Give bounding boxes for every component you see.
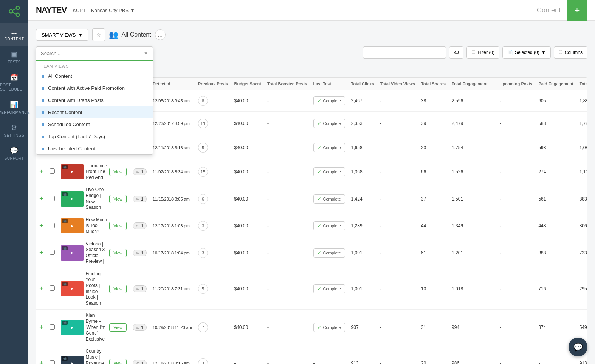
prev-posts-badge: 3 (198, 221, 208, 231)
row-checkbox[interactable] (50, 168, 55, 174)
row-paid-eng: 274 (535, 160, 576, 184)
row-upcoming: - (497, 136, 536, 160)
add-row-button[interactable]: + (39, 168, 43, 175)
add-row-button[interactable]: + (39, 249, 43, 256)
col-prev-posts: Previous Posts (195, 78, 231, 90)
view-button[interactable]: View (109, 249, 127, 257)
selected-button[interactable]: 📄 Selected (0) ▼ (502, 46, 551, 59)
station-selector[interactable]: KCPT – Kansas City PBS ▼ (73, 8, 135, 13)
tag-badge[interactable]: 🏷 1 (133, 324, 147, 331)
row-shares: 38 (418, 90, 449, 112)
favorite-button[interactable]: ☆ (92, 28, 105, 41)
table-row: + ▶ 📹 Country Music | Rosanne Cash | PBS… (36, 345, 587, 364)
dropdown-item-recent[interactable]: ∎ Recent Content (36, 106, 153, 118)
view-button[interactable]: View (109, 195, 127, 203)
row-add-cell: + (36, 160, 46, 184)
smart-views-button[interactable]: SMART VIEWS ▼ (36, 29, 88, 41)
video-icon: 📹 (62, 321, 68, 325)
row-upcoming: - (497, 238, 536, 268)
row-comments: 1,786 (576, 112, 587, 136)
row-checkbox[interactable] (50, 360, 55, 364)
row-checkbox[interactable] (50, 324, 55, 330)
add-row-button[interactable]: + (39, 285, 43, 292)
columns-button[interactable]: ☷ Columns (554, 46, 587, 59)
row-check-cell (46, 184, 58, 214)
sidebar-item-content[interactable]: ☷ Content (0, 23, 28, 46)
sidebar-item-settings[interactable]: ⚙ Settings (0, 119, 28, 142)
filter-button[interactable]: ☰ Filter (0) (466, 46, 499, 59)
main-toolbar: SMART VIEWS ▼ ☆ 👥 All Content … (36, 28, 587, 41)
row-checkbox[interactable] (50, 250, 55, 255)
view-button[interactable]: View (109, 222, 127, 230)
row-clicks: 1,658 (348, 136, 377, 160)
row-shares: 39 (418, 112, 449, 136)
thumbnail-wrap: ▶ 📹 (61, 281, 84, 296)
dropdown-item-scheduled[interactable]: ∎ Scheduled Content (36, 118, 153, 130)
row-paid-eng: 605 (535, 90, 576, 112)
add-row-button[interactable]: + (39, 222, 43, 230)
sidebar-item-post-schedule[interactable]: 📅 Post Schedule (0, 69, 28, 96)
row-comments: 883 (576, 184, 587, 214)
filter-icon: ☰ (471, 50, 476, 55)
tag-badge[interactable]: 🏷 1 (133, 196, 147, 202)
row-checkbox[interactable] (50, 196, 55, 201)
thumbnail-wrap: ▶ 📹 (61, 245, 84, 261)
video-icon: 📹 (62, 282, 68, 286)
dropdown-item-drafts[interactable]: ∎ Content with Drafts Posts (36, 94, 153, 106)
users-icon: 👥 (109, 30, 118, 39)
main-content: SMART VIEWS ▼ ☆ 👥 All Content … ▼ TEAM V… (28, 21, 595, 364)
search-input[interactable] (41, 51, 144, 56)
chat-icon: 💬 (573, 342, 583, 352)
view-button[interactable]: View (109, 323, 127, 332)
content-search-input[interactable] (363, 46, 446, 59)
row-detected: 11/20/2018 7:31 am (150, 268, 195, 310)
prev-posts-badge: 5 (198, 284, 208, 294)
prev-posts-badge: 8 (198, 96, 208, 106)
add-row-button[interactable]: + (39, 195, 43, 202)
grid-icon: ∎ (42, 133, 45, 139)
add-row-button[interactable]: + (39, 359, 43, 364)
sidebar: ☷ Content ▣ Tests 📅 Post Schedule 📊 Perf… (0, 0, 28, 364)
tag-icon: 🏷 (136, 251, 140, 255)
tag-badge[interactable]: 🏷 1 (133, 168, 147, 175)
row-upcoming: - (497, 345, 536, 364)
dropdown-arrow-icon[interactable]: ▼ (144, 51, 148, 56)
add-row-button[interactable]: + (39, 324, 43, 331)
video-icon: 📹 (62, 246, 68, 250)
row-tags: 🏷 1 (130, 238, 150, 268)
view-button[interactable]: View (109, 359, 127, 364)
prev-posts-badge: 3 (198, 248, 208, 258)
row-prev-posts: 3 (195, 345, 231, 364)
tag-filter-button[interactable]: 🏷 (449, 46, 463, 59)
tag-badge[interactable]: 🏷 1 (133, 360, 147, 364)
row-video-views: - (377, 345, 418, 364)
row-comments: 1,081 (576, 136, 587, 160)
dropdown-item-top-content[interactable]: ∎ Top Content (Last 7 Days) (36, 130, 153, 142)
tag-icon: 🏷 (136, 170, 140, 174)
view-button[interactable]: View (109, 168, 127, 176)
sidebar-item-performance[interactable]: 📊 Performance (0, 96, 28, 119)
row-last-test: ✓ Complete (310, 90, 348, 112)
row-video-views: - (377, 310, 418, 345)
view-button[interactable]: View (109, 285, 127, 293)
tag-badge[interactable]: 🏷 1 (133, 250, 147, 256)
more-options-button[interactable]: … (155, 29, 166, 40)
dropdown-item-active-paid[interactable]: ∎ Content with Active Paid Promotion (36, 82, 153, 94)
tag-badge[interactable]: 🏷 1 (133, 222, 147, 229)
col-detected: Detected (150, 78, 195, 90)
dropdown-item-all-content[interactable]: ∎ All Content (36, 70, 153, 82)
content-area: ▼ TEAM VIEWS ∎ All Content ∎ Content wit… (36, 46, 587, 364)
row-detected: 12/11/2018 6:18 am (150, 136, 195, 160)
sidebar-item-tests[interactable]: ▣ Tests (0, 46, 28, 69)
sidebar-item-support[interactable]: 💬 Support (0, 142, 28, 165)
row-checkbox[interactable] (50, 223, 55, 228)
row-video-views: - (377, 268, 418, 310)
row-checkbox[interactable] (50, 285, 55, 291)
content-title: How Much is Too Much? | (86, 217, 107, 235)
table-row: + ▶ 📹 How Much is Too Much? | View 🏷 1 (36, 214, 587, 238)
add-content-button[interactable]: + (567, 0, 587, 21)
dropdown-item-unscheduled[interactable]: ∎ Unscheduled Content (36, 142, 153, 154)
tag-badge[interactable]: 🏷 1 (133, 285, 147, 292)
chat-button[interactable]: 💬 (569, 338, 587, 356)
col-video-views: Total Video Views (377, 78, 418, 90)
